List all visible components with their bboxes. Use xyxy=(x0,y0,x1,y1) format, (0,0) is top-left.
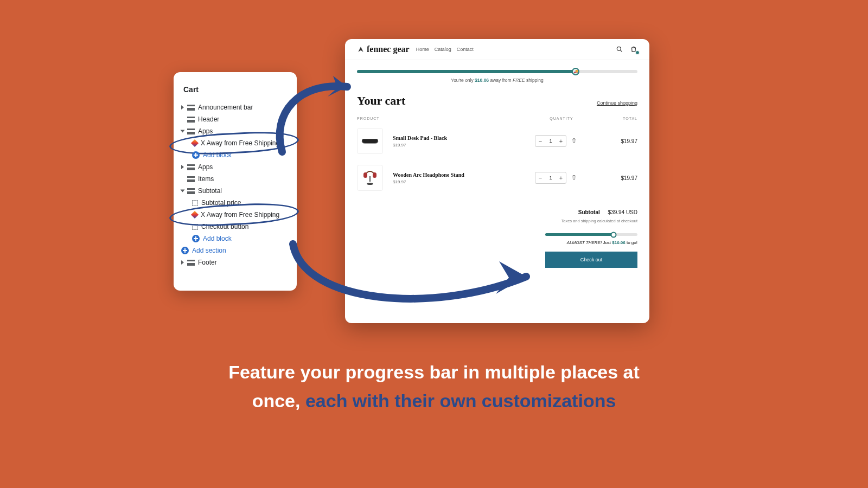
section-items[interactable]: Items xyxy=(174,173,297,185)
qty-increase-button[interactable]: + xyxy=(556,175,566,181)
caret-down-icon xyxy=(181,190,185,192)
progress-fill xyxy=(545,233,614,236)
truck-icon: 🚚 xyxy=(572,68,579,75)
section-icon xyxy=(187,188,195,194)
caret-spacer xyxy=(181,177,184,181)
section-label: Subtotal xyxy=(198,187,222,195)
section-apps-1[interactable]: Apps xyxy=(174,125,297,137)
cart-title: Your cart xyxy=(357,94,405,108)
line-total: $19.97 xyxy=(594,138,637,144)
block-label: Subtotal price xyxy=(201,199,241,207)
remove-item-button[interactable] xyxy=(571,136,577,146)
continue-shopping-link[interactable]: Continue shopping xyxy=(597,100,637,106)
cart-icon[interactable] xyxy=(630,46,637,53)
col-total: TOTAL xyxy=(594,117,637,120)
nav-home[interactable]: Home xyxy=(416,47,429,52)
col-quantity: QUANTITY xyxy=(529,117,594,120)
msg-text: shipping xyxy=(525,78,544,83)
block-icon xyxy=(192,224,198,230)
section-icon xyxy=(187,105,195,111)
caret-right-icon xyxy=(181,105,184,110)
deskpad-art xyxy=(361,139,379,143)
store-header: fennec gear Home Catalog Contact xyxy=(345,39,649,60)
subtotal-label: Subtotal xyxy=(578,209,600,215)
section-subtotal[interactable]: Subtotal xyxy=(174,185,297,197)
add-section-label: Add section xyxy=(192,247,226,254)
qty-value: 1 xyxy=(545,175,556,181)
section-footer[interactable]: Footer xyxy=(174,256,297,268)
product-thumb[interactable] xyxy=(357,165,383,191)
block-label: X Away from Free Shipping xyxy=(201,139,279,147)
msg-text: to go! xyxy=(626,240,637,245)
section-announcement-bar[interactable]: Announcement bar xyxy=(174,101,297,113)
qty-decrease-button[interactable]: − xyxy=(535,175,545,181)
search-icon[interactable] xyxy=(616,46,623,53)
cart-columns: PRODUCT QUANTITY TOTAL xyxy=(345,108,649,123)
section-icon xyxy=(187,260,195,266)
section-label: Announcement bar xyxy=(198,104,253,111)
add-block-2[interactable]: Add block xyxy=(174,233,297,245)
msg-amount: $10.06 xyxy=(475,78,489,83)
caret-right-icon xyxy=(181,260,184,265)
section-icon xyxy=(187,164,195,170)
product-thumb[interactable] xyxy=(357,128,383,154)
cart-summary: Subtotal $39.94 USD Taxes and shipping c… xyxy=(345,196,649,277)
svg-point-0 xyxy=(617,47,621,50)
add-section[interactable]: Add section xyxy=(174,245,297,256)
block-x-away-1[interactable]: X Away from Free Shipping xyxy=(174,137,297,149)
block-subtotal-price[interactable]: Subtotal price xyxy=(174,197,297,209)
subtotal-value: $39.94 USD xyxy=(608,209,637,215)
progress-bar-bottom xyxy=(545,233,637,236)
caret-down-icon xyxy=(181,130,185,133)
product-name[interactable]: Wooden Arc Headphone Stand xyxy=(393,172,518,178)
nav-catalog[interactable]: Catalog xyxy=(435,47,451,52)
product-unit-price: $19.97 xyxy=(393,179,518,184)
add-block-label: Add block xyxy=(203,235,232,242)
remove-item-button[interactable] xyxy=(571,173,577,183)
cart-badge xyxy=(635,50,640,55)
subtotal-row: Subtotal $39.94 USD xyxy=(357,209,637,215)
checkout-button[interactable]: Check out xyxy=(545,252,637,268)
section-icon xyxy=(187,117,195,123)
qty-decrease-button[interactable]: − xyxy=(535,138,545,144)
block-icon xyxy=(192,200,198,206)
app-block-icon xyxy=(191,211,199,219)
progress-message-bottom: ALMOST THERE! Just $10.06 to go! xyxy=(357,240,637,245)
tax-note: Taxes and shipping calculated at checkou… xyxy=(357,219,637,223)
plus-circle-icon xyxy=(192,235,200,242)
marketing-caption: Feature your progress bar in multiple pl… xyxy=(0,358,868,415)
block-label: Checkout button xyxy=(201,223,248,230)
msg-em: FREE xyxy=(513,78,525,83)
quantity-stepper: − 1 + xyxy=(535,172,566,184)
block-label: X Away from Free Shipping xyxy=(201,211,279,219)
caption-line-2a: once xyxy=(252,390,295,411)
product-name[interactable]: Small Desk Pad - Black xyxy=(393,135,518,141)
editor-title: Cart xyxy=(174,85,297,101)
nav-links: Home Catalog Contact xyxy=(416,47,474,52)
section-apps-2[interactable]: Apps xyxy=(174,161,297,173)
app-block-icon xyxy=(191,139,199,147)
headphone-stand-art xyxy=(365,171,375,185)
caret-right-icon xyxy=(181,165,184,169)
caption-line-2b: each with their own customizations xyxy=(305,390,616,411)
plus-circle-icon xyxy=(192,151,200,159)
section-header[interactable]: Header xyxy=(174,113,297,125)
progress-fill xyxy=(357,70,576,73)
plus-circle-icon xyxy=(181,247,189,254)
caret-spacer xyxy=(181,117,184,121)
line-total: $19.97 xyxy=(594,175,637,181)
msg-amount: $10.06 xyxy=(612,240,625,245)
col-product: PRODUCT xyxy=(357,117,529,120)
qty-increase-button[interactable]: + xyxy=(556,138,566,144)
progress-bar-top: 🚚 You're only $10.06 away from FREE ship… xyxy=(345,60,649,86)
add-block-1[interactable]: Add block xyxy=(174,149,297,161)
nav-contact[interactable]: Contact xyxy=(457,47,474,52)
block-x-away-2[interactable]: X Away from Free Shipping xyxy=(174,209,297,221)
progress-message-top: You're only $10.06 away from FREE shippi… xyxy=(357,78,637,83)
brand-name: fennec gear xyxy=(367,44,410,54)
brand-logo[interactable]: fennec gear xyxy=(357,44,410,54)
block-checkout-button[interactable]: Checkout button xyxy=(174,221,297,233)
msg-text: You're only xyxy=(451,78,475,83)
progress-knob-icon xyxy=(610,232,616,237)
quantity-stepper: − 1 + xyxy=(535,135,566,147)
